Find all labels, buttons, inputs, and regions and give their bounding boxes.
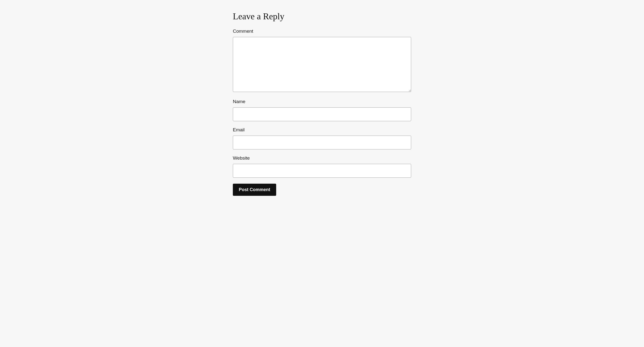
name-field-group: Name xyxy=(233,99,411,121)
name-input[interactable] xyxy=(233,107,411,121)
email-label: Email xyxy=(233,127,411,133)
post-comment-button[interactable]: Post Comment xyxy=(233,184,276,196)
name-label: Name xyxy=(233,99,411,104)
comment-form-container: Leave a Reply Comment Name Email Website… xyxy=(233,11,411,196)
comment-textarea[interactable] xyxy=(233,37,411,92)
form-title: Leave a Reply xyxy=(233,11,411,22)
website-input[interactable] xyxy=(233,164,411,178)
comment-label: Comment xyxy=(233,29,411,34)
website-field-group: Website xyxy=(233,155,411,178)
comment-field-group: Comment xyxy=(233,29,411,93)
email-input[interactable] xyxy=(233,136,411,149)
website-label: Website xyxy=(233,155,411,161)
email-field-group: Email xyxy=(233,127,411,149)
